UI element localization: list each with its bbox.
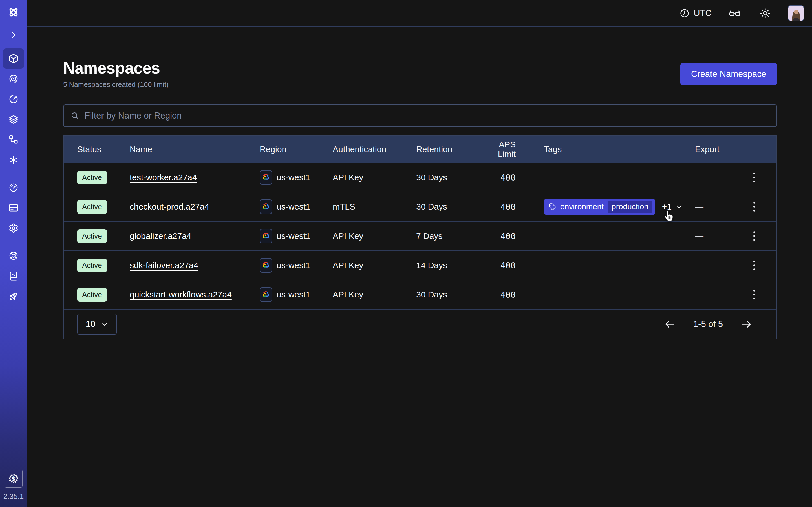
gauge-icon [8,182,18,193]
page-title: Namespaces [63,59,168,77]
region-label: us-west1 [276,231,310,241]
status-badge: Active [77,259,107,272]
column-header-region: Region [260,145,333,154]
page-header: Namespaces 5 Namespaces created (100 lim… [63,59,777,89]
tags-overflow-count: +1 [662,202,672,212]
gcp-region-icon [260,170,272,185]
auth-method: API Key [333,173,416,182]
sidebar-item-support[interactable] [3,245,24,266]
chevron-down-icon [675,203,683,211]
export-status: — [695,231,745,241]
sidebar-item-docs[interactable] [3,266,24,286]
region-label: us-west1 [276,173,310,182]
tags-cell: environment production +1 [516,199,695,215]
cyclone-icon [8,74,18,84]
sidebar-expand-button[interactable] [3,25,24,45]
gcp-region-icon [260,287,272,302]
timer-icon [8,94,18,104]
sidebar-item-cyclone[interactable] [3,69,24,89]
status-badge: Active [77,229,107,243]
table-header-row: Status Name Region Authentication Retent… [64,136,776,163]
auth-method: mTLS [333,202,416,212]
next-page-button[interactable] [739,317,754,332]
topbar: UTC [27,0,812,27]
book-sparkle-icon [8,271,18,281]
aps-limit: 400 [480,261,516,270]
timezone-selector[interactable]: UTC [679,8,712,18]
sun-icon [760,8,771,19]
row-menu-button[interactable] [751,287,758,302]
row-menu-button[interactable] [751,199,758,214]
chevron-right-icon [9,31,18,39]
credits-button[interactable]: $ [4,469,22,488]
namespaces-table: Status Name Region Authentication Retent… [63,135,777,339]
sidebar-nav-group-help [0,242,27,310]
temporal-logo-icon[interactable] [7,0,20,25]
filter-input[interactable] [85,111,770,121]
table-pagination: 10 1-5 of 5 [64,309,776,339]
export-status: — [695,202,745,212]
tag-key: environment [560,202,604,211]
page-size-select[interactable]: 10 [77,314,117,335]
retention-period: 14 Days [416,261,480,270]
column-header-tags: Tags [516,145,695,154]
pagination-range: 1-5 of 5 [693,319,723,329]
namespace-link[interactable]: test-worker.a27a4 [130,173,197,182]
page-size-value: 10 [86,319,95,329]
sidebar-item-namespaces[interactable] [3,48,24,69]
sidebar-item-batch[interactable] [3,150,24,170]
app-version: 2.35.1 [3,492,24,501]
status-badge: Active [77,171,107,184]
namespace-link[interactable]: quickstart-workflows.a27a4 [130,290,232,299]
gear-icon [8,223,18,233]
namespace-link[interactable]: checkout-prod.a27a4 [130,202,209,211]
table-row: Active sdk-failover.a27a4 us-west1 API K… [64,250,776,280]
column-header-authentication: Authentication [333,145,416,154]
namespace-link[interactable]: globalizer.a27a4 [130,231,192,240]
labs-toggle-button[interactable] [727,5,743,21]
sidebar-item-settings[interactable] [3,218,24,238]
sidebar-item-billing[interactable] [3,198,24,218]
export-status: — [695,290,745,299]
clock-icon [679,8,690,18]
previous-page-button[interactable] [662,317,677,332]
sidebar-nav-group-account [0,174,27,242]
aps-limit: 400 [480,202,516,212]
arrow-right-icon [741,318,752,330]
column-header-retention: Retention [416,145,480,154]
sidebar-item-usage[interactable] [3,177,24,198]
export-status: — [695,173,745,182]
gcp-region-icon [260,200,272,214]
column-header-export: Export [695,145,745,154]
chevron-down-icon [101,321,108,328]
region-label: us-west1 [276,261,310,270]
row-menu-button[interactable] [751,228,758,244]
sidebar-item-nexus[interactable] [3,129,24,150]
page-subtitle: 5 Namespaces created (100 limit) [63,80,168,89]
auth-method: API Key [333,261,416,270]
aps-limit: 400 [480,173,516,182]
tags-overflow-toggle[interactable]: +1 [662,202,683,212]
retention-period: 30 Days [416,202,480,212]
namespace-link[interactable]: sdk-failover.a27a4 [130,261,199,270]
sidebar-item-getting-started[interactable] [3,286,24,306]
auth-method: API Key [333,231,416,241]
table-row: Active quickstart-workflows.a27a4 us-wes… [64,280,776,309]
layers-icon [8,114,19,125]
sidebar-item-deployments[interactable] [3,109,24,129]
lifebuoy-icon [8,251,18,261]
row-menu-button[interactable] [751,258,758,273]
create-namespace-button[interactable]: Create Namespace [680,63,777,85]
status-badge: Active [77,200,107,214]
workflow-branch-icon [8,135,18,145]
glasses-icon [728,7,741,19]
sidebar-item-schedules[interactable] [3,89,24,109]
tag-icon [548,203,556,211]
theme-toggle-button[interactable] [758,6,772,20]
table-row: Active test-worker.a27a4 us-west1 API Ke… [64,163,776,192]
column-header-name: Name [130,145,260,154]
user-avatar[interactable] [788,5,804,21]
row-menu-button[interactable] [751,170,758,185]
aps-limit: 400 [480,231,516,241]
tag-chip[interactable]: environment production [544,199,655,215]
